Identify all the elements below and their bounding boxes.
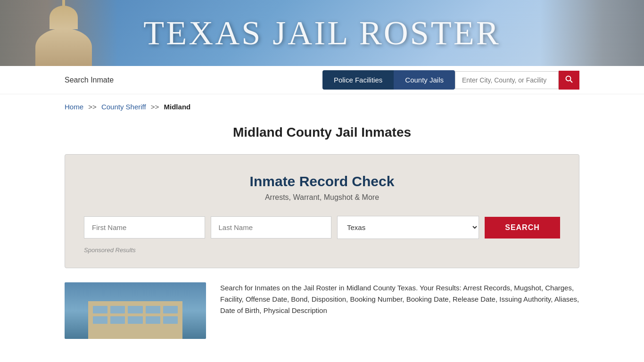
breadcrumb-county-sheriff[interactable]: County Sheriff — [101, 103, 146, 111]
window — [110, 316, 125, 324]
breadcrumb-home[interactable]: Home — [65, 103, 83, 111]
window — [110, 306, 125, 313]
sponsored-results-label: Sponsored Results — [84, 247, 560, 254]
description-text: Search for Inmates on the Jail Roster in… — [220, 282, 579, 339]
nav-buttons: Police Facilities County Jails — [322, 70, 579, 90]
breadcrumb-sep1: >> — [88, 103, 97, 111]
search-icon — [565, 75, 573, 83]
window — [128, 306, 142, 313]
breadcrumb-current: Midland — [164, 103, 191, 111]
window — [93, 316, 107, 324]
building-facade — [88, 301, 182, 339]
window — [93, 306, 107, 313]
window — [146, 316, 160, 324]
record-check-subtitle: Arrests, Warrant, Mugshot & More — [84, 193, 560, 202]
record-check-box: Inmate Record Check Arrests, Warrant, Mu… — [65, 154, 579, 268]
breadcrumb: Home >> County Sheriff >> Midland — [0, 94, 644, 115]
svg-point-0 — [566, 76, 571, 81]
window — [163, 306, 178, 313]
breadcrumb-sep2: >> — [151, 103, 159, 111]
banner-right-overlay — [540, 0, 644, 66]
facility-search-button[interactable] — [559, 71, 579, 90]
facility-search-input[interactable] — [455, 71, 559, 89]
county-jails-button[interactable]: County Jails — [394, 70, 455, 90]
nav-bar: Search Inmate Police Facilities County J… — [0, 66, 644, 94]
record-check-title: Inmate Record Check — [84, 173, 560, 189]
last-name-input[interactable] — [211, 216, 332, 239]
bottom-section: Search for Inmates on the Jail Roster in… — [0, 282, 644, 339]
building-windows — [88, 301, 182, 329]
search-inmate-label: Search Inmate — [65, 76, 322, 84]
search-record-button[interactable]: SEARCH — [485, 217, 560, 239]
svg-line-1 — [570, 80, 573, 82]
state-select[interactable]: AlabamaAlaskaArizonaArkansasCaliforniaCo… — [337, 216, 479, 239]
window — [163, 316, 178, 324]
capitol-dome-icon — [28, 5, 99, 66]
record-check-form: AlabamaAlaskaArizonaArkansasCaliforniaCo… — [84, 216, 560, 239]
page-title: Midland County Jail Inmates — [0, 125, 644, 140]
window — [146, 306, 160, 313]
first-name-input[interactable] — [84, 216, 205, 239]
police-facilities-button[interactable]: Police Facilities — [322, 70, 394, 90]
building-image — [65, 282, 206, 339]
banner-title: TEXAS JAIL ROSTER — [143, 14, 500, 53]
window — [128, 316, 142, 324]
header-banner: TEXAS JAIL ROSTER — [0, 0, 644, 66]
